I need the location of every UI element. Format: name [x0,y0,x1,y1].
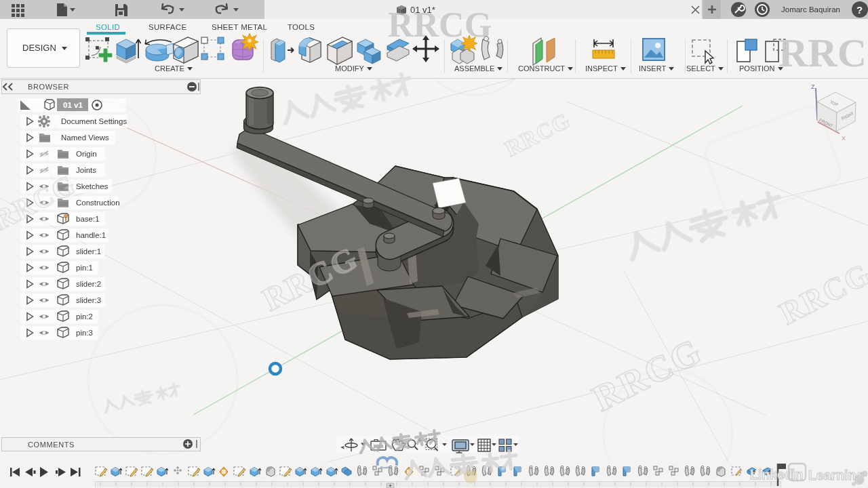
svg-text:?: ? [856,4,863,16]
svg-text:base:1: base:1 [76,215,100,223]
svg-text:Sketches: Sketches [76,182,108,190]
svg-text:slider:2: slider:2 [76,280,101,288]
svg-text:01 v1: 01 v1 [63,101,83,109]
svg-text:Named Views: Named Views [61,134,109,142]
svg-text:Document Settings: Document Settings [61,117,127,125]
svg-text:pin:1: pin:1 [76,264,93,272]
svg-text:Z: Z [811,83,815,90]
svg-text:pin:2: pin:2 [76,312,93,321]
svg-text:handle:1: handle:1 [76,231,106,239]
svg-text:Jomarc Baquiran: Jomarc Baquiran [781,5,840,14]
svg-text:Joints: Joints [76,166,96,174]
svg-text:Construction: Construction [76,199,120,207]
svg-text:pin:3: pin:3 [76,329,93,337]
svg-text:Origin: Origin [76,150,97,158]
svg-text:slider:3: slider:3 [76,296,101,304]
svg-text:slider:1: slider:1 [76,247,101,256]
svg-text:01 v1*: 01 v1* [410,5,435,15]
svg-text:X: X [842,135,846,142]
